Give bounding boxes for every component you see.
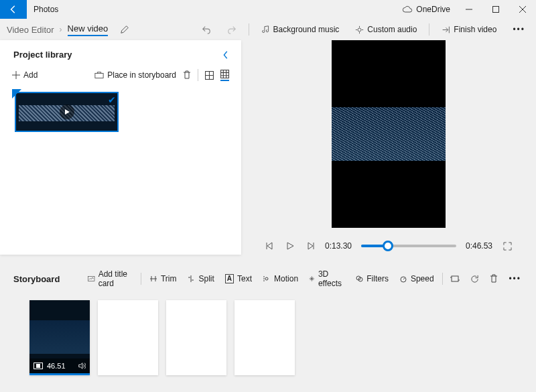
trim-button[interactable]: Trim: [147, 273, 180, 285]
storyboard-icon: [94, 71, 104, 79]
split-button[interactable]: Split: [184, 273, 216, 285]
trash-icon: [490, 274, 498, 283]
title-bar: Photos OneDrive: [0, 0, 536, 19]
split-label: Split: [198, 274, 214, 283]
custom-audio-button[interactable]: Custom audio: [351, 22, 421, 37]
storyboard-toolbar: Storyboard Add title card Trim Split A T…: [0, 261, 536, 289]
place-in-storyboard-label: Place in storyboard: [107, 70, 176, 80]
medium-grid-button[interactable]: [205, 71, 214, 80]
place-in-storyboard-button[interactable]: Place in storyboard: [94, 70, 176, 80]
breadcrumb-root[interactable]: Video Editor: [7, 25, 54, 35]
redo-button[interactable]: [223, 22, 241, 37]
previous-frame-button[interactable]: [265, 242, 275, 250]
storyboard-empty-slot[interactable]: [234, 300, 295, 375]
trash-icon: [183, 70, 191, 80]
more-icon: •••: [509, 274, 521, 283]
selected-check-icon: ✔: [108, 94, 116, 105]
small-grid-button[interactable]: [220, 70, 229, 81]
svg-rect-5: [88, 276, 95, 281]
grid-3x3-icon: [220, 70, 229, 78]
playback-scrubber[interactable]: [361, 245, 456, 247]
storyboard-track: 46.51: [0, 289, 536, 375]
delete-media-button[interactable]: [183, 70, 191, 80]
speed-icon: [399, 275, 407, 283]
divider: [429, 23, 429, 36]
motion-button[interactable]: Motion: [260, 273, 301, 285]
add-media-button[interactable]: Add: [12, 70, 38, 80]
add-title-card-button[interactable]: Add title card: [85, 268, 135, 289]
project-library-title: Project library: [13, 50, 72, 60]
divider: [141, 273, 141, 285]
onedrive-button[interactable]: OneDrive: [397, 5, 456, 14]
next-frame-button[interactable]: [305, 242, 316, 250]
storyboard-empty-slot[interactable]: [98, 300, 158, 375]
pencil-icon: [120, 25, 129, 34]
svg-rect-2: [95, 73, 103, 78]
speed-button[interactable]: Speed: [397, 273, 437, 285]
rotate-icon: [470, 275, 479, 283]
custom-audio-label: Custom audio: [367, 25, 417, 34]
rotate-clip-button[interactable]: [468, 273, 482, 285]
delete-clip-button[interactable]: [487, 273, 500, 285]
fullscreen-icon: [503, 242, 512, 251]
audio-icon: [355, 25, 364, 34]
maximize-button[interactable]: [482, 0, 509, 19]
divider: [198, 69, 198, 81]
svg-rect-12: [36, 364, 40, 368]
minimize-button[interactable]: [456, 0, 482, 19]
storyboard-clip[interactable]: 46.51: [29, 300, 90, 375]
speed-label: Speed: [411, 274, 434, 283]
background-music-button[interactable]: Background music: [257, 22, 344, 37]
more-button[interactable]: •••: [509, 22, 529, 37]
chevron-left-icon: [221, 50, 230, 60]
svg-point-1: [358, 28, 361, 31]
video-preview[interactable]: [332, 40, 446, 228]
undo-button[interactable]: [198, 22, 215, 37]
app-title: Photos: [34, 5, 58, 14]
back-button[interactable]: [0, 0, 27, 19]
filters-icon: [355, 275, 363, 283]
aspect-icon: [34, 363, 43, 369]
playback-total-time: 0:46.53: [466, 241, 492, 251]
finish-video-label: Finish video: [454, 25, 496, 34]
collapse-library-button[interactable]: [221, 50, 230, 60]
trim-label: Trim: [161, 274, 177, 283]
filters-button[interactable]: Filters: [352, 273, 391, 285]
finish-video-button[interactable]: Finish video: [438, 22, 500, 37]
main-area: Project library Add Place in storyboard: [0, 40, 536, 255]
text-button[interactable]: A Text: [222, 273, 255, 285]
storyboard-title: Storyboard: [13, 274, 60, 284]
undo-icon: [202, 25, 211, 34]
scrubber-knob[interactable]: [383, 241, 393, 251]
svg-rect-4: [221, 70, 229, 78]
motion-icon: [263, 275, 271, 283]
svg-rect-10: [452, 276, 458, 281]
chevron-right-icon: ›: [60, 25, 62, 34]
export-icon: [442, 25, 450, 34]
divider: [249, 23, 249, 36]
storyboard-more-button[interactable]: •••: [506, 273, 524, 285]
svg-point-6: [265, 277, 268, 280]
storyboard-empty-slot[interactable]: [166, 300, 226, 375]
project-library-panel: Project library Add Place in storyboard: [0, 40, 241, 255]
title-card-icon: [88, 275, 94, 283]
close-button[interactable]: [509, 0, 536, 19]
preview-panel: 0:13.30 0:46.53: [241, 40, 536, 255]
breadcrumb-current[interactable]: New video: [68, 23, 109, 36]
play-button[interactable]: [285, 242, 295, 250]
fullscreen-button[interactable]: [502, 242, 513, 251]
3d-effects-button[interactable]: 3D effects: [306, 268, 347, 289]
filters-label: Filters: [366, 274, 389, 283]
add-media-label: Add: [23, 70, 38, 80]
more-icon: •••: [513, 25, 525, 34]
crop-icon: [450, 275, 460, 283]
trim-icon: [149, 275, 157, 283]
onedrive-label: OneDrive: [416, 5, 450, 14]
divider: [442, 273, 443, 285]
rename-button[interactable]: [120, 25, 129, 34]
redo-icon: [227, 25, 237, 34]
resize-clip-button[interactable]: [448, 273, 462, 284]
plus-icon: [12, 71, 20, 79]
library-media-item[interactable]: ✔: [15, 92, 119, 132]
sparkle-icon: [309, 275, 315, 283]
